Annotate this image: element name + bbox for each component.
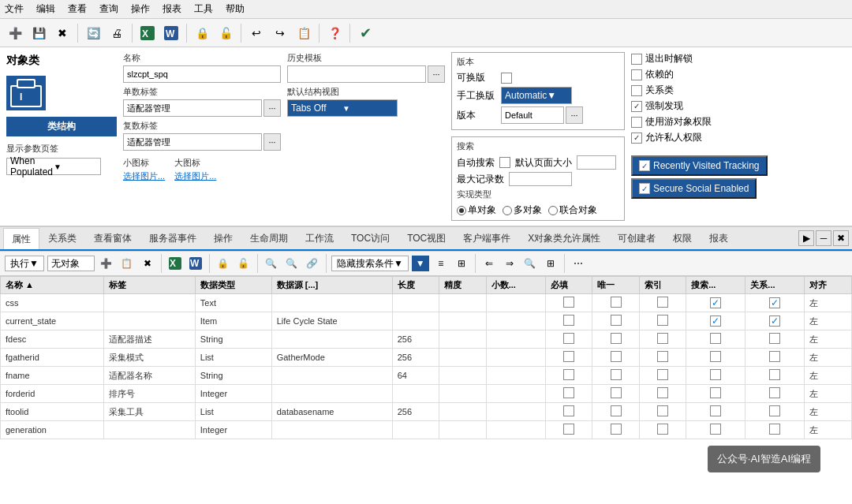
use-user-rights-checkbox[interactable] [631,117,642,128]
print-button[interactable]: 🖨 [106,23,127,43]
sub-refresh-button[interactable]: 🔗 [304,255,321,272]
plural-label-dots-button[interactable]: ··· [263,133,281,151]
menu-edit[interactable]: 编辑 [36,2,55,16]
lock-button[interactable]: 🔒 [192,23,212,43]
menu-tools[interactable]: 工具 [194,2,213,16]
default-page-size-input[interactable] [577,155,616,170]
word-button[interactable]: W [161,23,181,43]
undo-button[interactable]: ↩ [246,23,267,43]
default-view-dropdown[interactable]: Tabs Off ▼ [287,99,398,117]
col-name[interactable]: 名称 ▲ [1,277,104,294]
tab-permissions[interactable]: 权限 [664,227,701,249]
menu-action[interactable]: 操作 [131,2,150,16]
tab-operations[interactable]: 操作 [205,227,241,249]
col-datatype[interactable]: 数据类型 [195,277,271,294]
menu-view[interactable]: 查看 [68,2,87,16]
col-datasource[interactable]: 数据源 [...] [271,277,392,294]
version-dots-button[interactable]: ··· [566,106,583,124]
copy-button[interactable]: 📋 [293,23,314,43]
unlock-button[interactable]: 🔓 [215,23,236,43]
sub-search-button[interactable]: 🔍 [263,255,280,272]
history-template-dots-button[interactable]: ··· [428,65,445,83]
execute-button[interactable]: 执行▼ [5,256,44,271]
allow-private-checkbox[interactable] [631,133,642,144]
tab-server-events[interactable]: 服务器事件 [140,227,205,249]
tab-client-events[interactable]: 客户端事件 [454,227,519,249]
manual-dropdown[interactable]: Automatic ▼ [501,87,572,104]
display-dropdown[interactable]: When Populated ▼ [6,158,101,175]
sub-excel-button[interactable]: X [166,255,184,272]
exit-unlock-checkbox[interactable] [631,54,642,65]
sub-align-left-btn[interactable]: ⇐ [480,255,498,272]
menu-query[interactable]: 查询 [99,2,118,16]
large-icon-link[interactable]: 选择图片... [174,170,216,182]
sub-find-btn[interactable]: 🔍 [521,255,539,272]
sub-view-btn1[interactable]: ≡ [432,255,450,272]
tab-toc-view[interactable]: TOC视图 [398,227,454,249]
menu-file[interactable]: 文件 [5,2,24,16]
col-length[interactable]: 长度 [392,277,439,294]
sub-extra-btn[interactable]: ⋯ [570,255,587,272]
sub-word-button[interactable]: W [187,255,204,272]
refresh-button[interactable]: 🔄 [83,23,103,43]
blue-dropdown[interactable]: ▼ [412,256,429,271]
tab-creators[interactable]: 可创建者 [609,227,664,249]
history-template-input-wrapper[interactable] [287,65,426,83]
multi-obj-radio[interactable]: 多对象 [503,203,542,217]
version-input-wrapper[interactable] [501,106,564,124]
class-structure-button[interactable]: 类结构 [6,117,117,136]
tab-prev-button[interactable]: ▶ [798,230,814,246]
col-required[interactable]: 必填 [545,277,592,294]
tab-lifecycle[interactable]: 生命周期 [241,227,297,249]
close-button[interactable]: ✖ [52,23,73,43]
dependent-checkbox[interactable] [631,69,642,80]
sub-lock-button[interactable]: 🔒 [215,255,232,272]
add-row-button[interactable]: ➕ [98,255,115,272]
tab-view-body[interactable]: 查看窗体 [85,227,140,249]
col-decimal[interactable]: 小数... [486,277,545,294]
tab-report[interactable]: 报表 [701,227,737,249]
menu-help[interactable]: 帮助 [226,2,245,16]
copy-row-button[interactable]: 📋 [118,255,136,272]
new-button[interactable]: ➕ [5,23,25,43]
switchable-checkbox[interactable] [501,73,512,84]
col-unique[interactable]: 唯一 [592,277,639,294]
col-precision[interactable]: 精度 [439,277,486,294]
sub-grid-btn[interactable]: ⊞ [542,255,559,272]
tab-relationships[interactable]: 关系类 [39,227,85,249]
no-object-dropdown[interactable]: 无对象 [47,256,95,271]
tab-x-allowed[interactable]: X对象类允许属性 [519,227,609,249]
single-obj-radio[interactable]: 单对象 [457,203,496,217]
sub-search2-button[interactable]: 🔍 [283,255,301,272]
secure-social-button[interactable]: Secure Social Enabled [631,178,757,199]
auto-search-checkbox[interactable] [499,157,510,168]
tab-toc-access[interactable]: TOC访问 [342,227,398,249]
excel-button[interactable]: X [137,23,158,43]
col-align[interactable]: 对齐 [805,277,852,294]
name-input-wrapper[interactable] [123,65,281,83]
plural-label-input-wrapper[interactable] [123,133,262,151]
tab-minimize-button[interactable]: ─ [816,230,831,246]
menu-report[interactable]: 报表 [163,2,181,16]
sub-unlock-button[interactable]: 🔓 [235,255,252,272]
version-input[interactable] [505,110,560,120]
single-label-input[interactable] [127,103,258,113]
hide-search-button[interactable]: 隐藏搜索条件▼ [331,256,409,271]
redo-button[interactable]: ↪ [270,23,290,43]
max-records-input[interactable] [509,172,572,186]
col-label[interactable]: 标签 [104,277,196,294]
tab-attributes[interactable]: 属性 [3,228,39,250]
sub-view-btn2[interactable]: ⊞ [453,255,470,272]
col-index[interactable]: 索引 [639,277,686,294]
force-find-checkbox[interactable] [631,101,642,112]
name-input[interactable] [127,69,277,79]
delete-row-button[interactable]: ✖ [139,255,156,272]
recently-visited-button[interactable]: Recently Visited Tracking [631,155,768,176]
single-label-dots-button[interactable]: ··· [263,99,281,117]
col-relation[interactable]: 关系... [746,277,805,294]
help-button[interactable]: ❓ [324,23,345,43]
tab-close-button[interactable]: ✖ [833,230,849,246]
plural-label-input[interactable] [127,137,258,147]
joint-obj-radio[interactable]: 联合对象 [548,203,597,217]
col-search[interactable]: 搜索... [686,277,746,294]
